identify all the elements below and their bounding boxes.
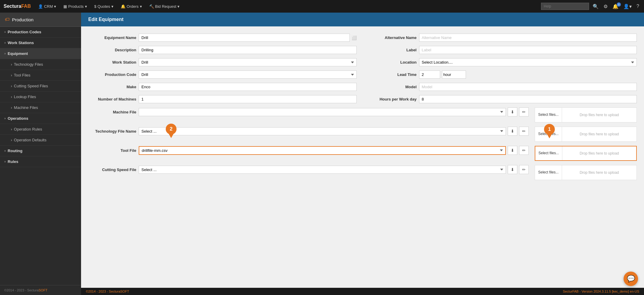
chevron-icon: » [4,117,6,120]
technology-file-label: Technology File Name [88,129,136,134]
hours-workday-control [419,95,637,103]
sidebar-item-rules[interactable]: » Rules [0,156,81,167]
machine-file-edit-btn[interactable]: ✏ [519,107,529,116]
brand-logo[interactable]: SecturaFAB [4,4,31,9]
model-input[interactable] [419,83,637,91]
sidebar-item-operation-rules[interactable]: › Operation Rules [0,124,81,135]
make-input[interactable] [139,83,357,91]
label-input[interactable] [419,46,637,54]
lead-time-label: Lead Time [369,72,417,77]
equipment-name-control: ⬜ [139,34,357,42]
chevron-icon: » [4,41,6,44]
nav-bid-request[interactable]: 🔨 Bid Request▾ [146,2,183,11]
cutting-speed-select[interactable]: Select ... [139,166,506,174]
main-content: Edit Equipment Equipment Name ⬜ Alternat… [81,13,644,295]
equipment-name-icon: ⬜ [352,35,357,40]
alternative-name-control [419,34,637,42]
sidebar-item-technology-files[interactable]: › Technology Files [0,59,81,70]
dollar-icon: $ [94,4,96,9]
machine-file-select[interactable] [139,108,506,116]
description-label: Description [88,48,136,52]
user-menu-icon[interactable]: 👤▾ [622,2,633,11]
nav-orders[interactable]: 🔔 Orders▾ [118,2,145,11]
make-label: Make [88,85,136,89]
production-code-select[interactable]: Drill [139,71,357,79]
machine-file-download-btn[interactable]: ⬇ [508,107,517,116]
nav-crm[interactable]: 👤 CRM▾ [35,2,59,11]
lead-time-input[interactable] [419,71,440,79]
equipment-name-label: Equipment Name [88,35,136,40]
child-arrow-icon: › [11,138,12,142]
nav-quotes[interactable]: $ Quotes▾ [91,2,116,11]
sidebar-item-label: Cutting Speed Files [14,84,48,88]
location-label: Location [369,60,417,65]
tech-file-download-btn[interactable]: ⬇ [508,127,517,136]
sidebar-item-operation-defaults[interactable]: › Operation Defaults [0,135,81,146]
tool-file-control: drillfile-mm.csv ⬇ ✏ [139,146,529,155]
tech-file-select-files-btn[interactable]: Select files... [535,127,562,141]
alternative-name-label: Alternative Name [369,35,417,40]
model-control [419,83,637,91]
top-navigation: SecturaFAB 👤 CRM▾ ▦ Products▾ $ Quotes▾ … [0,0,644,13]
form-row-production: Production Code Drill Lead Time hour day [88,71,637,79]
sidebar-item-label: Technology Files [14,62,43,67]
sidebar-item-work-stations[interactable]: » Work Stations [0,38,81,48]
tool-file-select[interactable]: drillfile-mm.csv [139,146,506,155]
location-field: Location Select Location.... [369,58,637,66]
equipment-name-field: Equipment Name ⬜ [88,34,357,42]
tool-file-edit-btn[interactable]: ✏ [519,146,529,155]
description-input[interactable] [139,46,357,54]
tool-file-drop-zone: Drop files here to upload [562,146,636,160]
description-control [139,46,357,54]
machine-file-control: ⬇ ✏ [139,107,529,116]
hammer-icon: 🔨 [149,4,154,9]
description-field: Description [88,46,357,54]
technology-file-select[interactable]: Select ... [139,127,506,135]
sidebar-item-equipment[interactable]: » Equipment [0,48,81,59]
settings-icon[interactable]: ⚙ [602,2,609,11]
num-machines-input[interactable] [139,95,357,103]
machine-file-upload-block: Select files... Drop files here to uploa… [535,107,637,122]
tech-file-edit-btn[interactable]: ✏ [519,127,529,136]
chat-button[interactable]: 💬 [624,272,638,286]
work-station-select[interactable]: Drill [139,58,357,66]
form-row-machines: Number of Machines Hours per Work day [88,95,637,103]
bell-icon: 🔔 [121,4,125,9]
sidebar-item-cutting-speed-files[interactable]: › Cutting Speed Files [0,81,81,92]
child-arrow-icon: › [11,127,12,131]
cutting-speed-drop-zone: Drop files here to upload [562,165,636,180]
cutting-speed-select-files-btn[interactable]: Select files... [535,165,562,180]
sidebar-item-label: Equipment [8,51,28,56]
sidebar-item-label: Operation Rules [14,127,42,131]
lead-time-unit-select[interactable]: hour day week [442,71,466,79]
child-arrow-icon: › [11,84,12,88]
notifications-badge[interactable]: 🔔 0 [611,4,620,9]
tool-file-select-files-btn[interactable]: Select files... [535,146,562,160]
sidebar-item-label: Operations [8,116,29,121]
cutting-speed-edit-btn[interactable]: ✏ [519,165,529,174]
nav-products[interactable]: ▦ Products▾ [60,2,90,11]
hours-workday-label: Hours per Work day [369,97,417,101]
alternative-name-field: Alternative Name [369,34,637,42]
sidebar-item-lookup-files[interactable]: › Lookup Files [0,92,81,102]
hours-workday-field: Hours per Work day [369,95,637,103]
machine-file-select-files-btn[interactable]: Select files... [535,108,562,122]
hours-workday-input[interactable] [419,95,637,103]
cutting-speed-download-btn[interactable]: ⬇ [508,165,517,174]
sidebar-item-tool-files[interactable]: › Tool Files [0,70,81,81]
lead-time-field: Lead Time hour day week [369,71,637,79]
location-select[interactable]: Select Location.... [419,58,637,66]
tag-icon: 🏷 [5,17,10,22]
equipment-name-input[interactable] [139,34,350,42]
sidebar-item-label: Rules [8,159,18,164]
sidebar-item-routing[interactable]: » Routing [0,146,81,156]
sidebar-item-machine-files[interactable]: › Machine Files [0,102,81,113]
help-icon[interactable]: ? [635,2,640,10]
sidebar-item-operations[interactable]: » Operations [0,113,81,124]
tool-file-download-btn[interactable]: ⬇ [508,146,517,155]
alternative-name-input[interactable] [419,34,637,42]
search-icon[interactable]: 🔍 [591,2,600,11]
sidebar-item-production-codes[interactable]: » Production Codes [0,27,81,38]
work-station-control: Drill [139,58,357,66]
help-search-input[interactable] [541,3,589,10]
